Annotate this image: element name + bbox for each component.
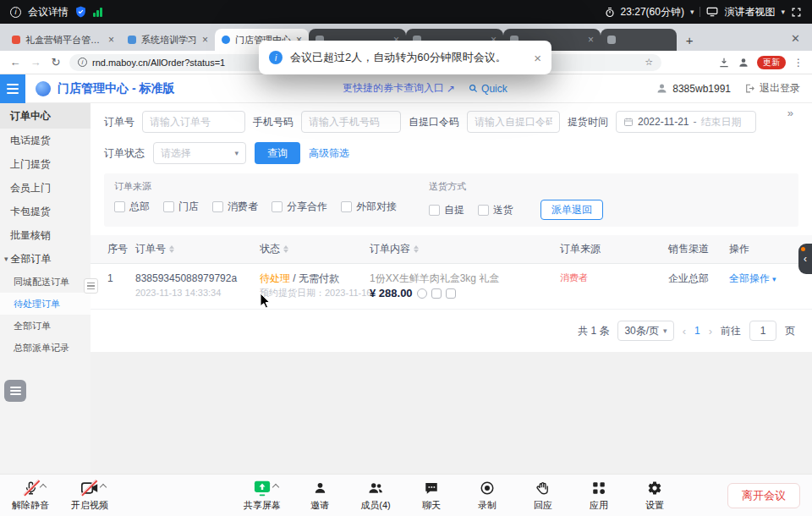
view-mode-caret-icon[interactable]: ▾ bbox=[781, 8, 785, 16]
checkbox-icon[interactable] bbox=[478, 205, 489, 216]
logout-button[interactable]: 退出登录 bbox=[744, 81, 800, 96]
checkbox-icon[interactable] bbox=[272, 201, 283, 212]
back-icon[interactable]: ← bbox=[8, 56, 22, 69]
browser-tab[interactable]: 系统培训学习 × bbox=[121, 29, 215, 51]
members-button[interactable]: 成员(4) bbox=[359, 479, 392, 512]
video-options-caret-icon[interactable] bbox=[100, 484, 107, 491]
checkbox-self-pickup[interactable]: 自提 bbox=[429, 203, 464, 217]
panel-collapse-icon[interactable]: » bbox=[787, 107, 793, 119]
side-panel-expand-button[interactable]: ‹ bbox=[798, 244, 812, 274]
browser-tab[interactable] bbox=[601, 29, 677, 51]
sidebar-drag-handle[interactable] bbox=[84, 278, 98, 294]
invite-button[interactable]: 邀请 bbox=[303, 479, 337, 512]
start-video-button[interactable]: 开启视频 bbox=[71, 479, 108, 512]
order-attachment-icon[interactable] bbox=[417, 288, 427, 299]
start-date-value[interactable]: 2022-11-21 bbox=[638, 116, 689, 128]
phone-input[interactable] bbox=[301, 111, 401, 133]
share-screen-button[interactable]: 共享屏幕 bbox=[244, 479, 281, 512]
meeting-details-label[interactable]: 会议详情 bbox=[28, 5, 69, 19]
page-size-select[interactable]: 30条/页 ▾ bbox=[617, 321, 673, 341]
sort-icon[interactable] bbox=[414, 245, 419, 253]
mic-options-caret-icon[interactable] bbox=[39, 484, 46, 491]
sidebar-item-phone-pickup[interactable]: 电话提货 bbox=[0, 129, 91, 152]
prev-page-icon[interactable]: ‹ bbox=[683, 325, 686, 338]
search-button[interactable]: 查询 bbox=[255, 142, 300, 164]
new-tab-button[interactable]: + bbox=[680, 30, 699, 49]
sort-icon[interactable] bbox=[283, 245, 288, 253]
header-order-no[interactable]: 订单号 bbox=[135, 242, 260, 256]
next-page-icon[interactable]: › bbox=[709, 325, 712, 338]
checkbox-icon[interactable] bbox=[341, 201, 352, 212]
toolbar-left-group: 解除静音 开启视频 bbox=[12, 479, 108, 512]
sidebar-subitem-hq-dispatch[interactable]: 总部派单记录 bbox=[0, 337, 91, 359]
order-status-select[interactable]: 请选择 ▾ bbox=[153, 142, 246, 164]
sort-icon[interactable] bbox=[169, 245, 174, 253]
header-status[interactable]: 状态 bbox=[260, 242, 370, 256]
bookmark-star-icon[interactable]: ☆ bbox=[645, 57, 653, 68]
sidebar-subitem-pending-orders[interactable]: 待处理订单 bbox=[0, 293, 91, 315]
checkbox-source-consumer[interactable]: 消费者 bbox=[212, 200, 258, 214]
checkbox-source-hq[interactable]: 总部 bbox=[114, 200, 150, 214]
download-icon[interactable] bbox=[718, 57, 730, 69]
browser-menu-icon[interactable]: ⋮ bbox=[793, 57, 804, 69]
checkbox-icon[interactable] bbox=[114, 201, 125, 212]
all-actions-dropdown[interactable]: 全部操作▾ bbox=[729, 272, 812, 286]
leave-meeting-button[interactable]: 离开会议 bbox=[727, 483, 800, 508]
coupon-query-link[interactable]: 更快捷的券卡查询入口 ↗ bbox=[343, 81, 455, 96]
checkbox-icon[interactable] bbox=[429, 205, 440, 216]
reload-icon[interactable]: ↻ bbox=[49, 56, 63, 69]
sidebar-item-card-pickup[interactable]: 卡包提货 bbox=[0, 200, 91, 223]
checkbox-source-external[interactable]: 外部对接 bbox=[341, 200, 397, 214]
sidebar-item-batch-verify[interactable]: 批量核销 bbox=[0, 223, 91, 247]
meeting-timer[interactable]: 23:27(60分钟) bbox=[621, 5, 684, 19]
pickup-code-input[interactable] bbox=[467, 111, 560, 133]
sidebar-group-all-orders[interactable]: ▾ 全部订单 bbox=[0, 247, 91, 271]
checkbox-icon[interactable] bbox=[212, 201, 223, 212]
tab-close-icon[interactable]: × bbox=[588, 35, 594, 45]
end-date-placeholder[interactable]: 结束日期 bbox=[701, 115, 742, 129]
checkbox-icon[interactable] bbox=[163, 201, 174, 212]
checkbox-delivery[interactable]: 送货 bbox=[478, 203, 513, 217]
record-button[interactable]: 录制 bbox=[470, 479, 504, 512]
apps-button[interactable]: 应用 bbox=[582, 479, 616, 512]
order-no-input[interactable] bbox=[142, 111, 245, 133]
date-range-picker[interactable]: 2022-11-21 - 结束日期 bbox=[616, 111, 756, 133]
tab-close-icon[interactable]: × bbox=[108, 35, 114, 45]
sidebar-toggle-button[interactable] bbox=[0, 74, 25, 103]
chat-button[interactable]: 聊天 bbox=[414, 479, 448, 512]
checkbox-source-share[interactable]: 分享合作 bbox=[272, 200, 327, 214]
browser-update-badge[interactable]: 更新 bbox=[757, 56, 786, 69]
sidebar-subitem-city-delivery[interactable]: 同城配送订单 bbox=[0, 271, 91, 293]
site-info-icon[interactable]: i bbox=[78, 58, 87, 67]
reactions-button[interactable]: 回应 bbox=[526, 479, 560, 512]
view-mode-label[interactable]: 演讲者视图 bbox=[724, 5, 775, 19]
settings-button[interactable]: 设置 bbox=[638, 479, 672, 512]
quick-search-link[interactable]: Quick bbox=[469, 83, 508, 95]
goto-page-input[interactable] bbox=[749, 321, 776, 341]
network-signal-icon[interactable] bbox=[93, 7, 103, 17]
sidebar-subitem-all-orders[interactable]: 全部订单 bbox=[0, 315, 91, 337]
sidebar-item-member-visit[interactable]: 会员上门 bbox=[0, 176, 91, 200]
window-close-icon[interactable]: ✕ bbox=[784, 32, 807, 45]
profile-avatar-icon[interactable] bbox=[738, 57, 749, 69]
floating-list-button[interactable] bbox=[4, 380, 26, 402]
order-attachment-icon[interactable] bbox=[431, 288, 442, 299]
tab-close-icon[interactable]: × bbox=[202, 35, 208, 45]
checkbox-source-store[interactable]: 门店 bbox=[163, 200, 199, 214]
order-attachment-icon[interactable] bbox=[446, 288, 456, 299]
current-page[interactable]: 1 bbox=[694, 325, 700, 337]
share-options-caret-icon[interactable] bbox=[272, 484, 279, 491]
meeting-info-icon[interactable]: i bbox=[10, 7, 21, 18]
sidebar-item-door-pickup[interactable]: 上门提货 bbox=[0, 152, 91, 176]
user-account[interactable]: 8385wb1991 bbox=[656, 82, 731, 95]
forward-icon[interactable]: → bbox=[29, 56, 42, 69]
fullscreen-icon[interactable] bbox=[791, 7, 802, 18]
toast-close-icon[interactable]: × bbox=[534, 51, 541, 65]
advanced-filter-link[interactable]: 高级筛选 bbox=[309, 146, 349, 161]
browser-tab[interactable]: 礼盒营销平台管理中心 × bbox=[5, 29, 121, 51]
header-content[interactable]: 订单内容 bbox=[370, 242, 560, 256]
unmute-button[interactable]: 解除静音 bbox=[12, 479, 49, 512]
timer-caret-icon[interactable]: ▾ bbox=[690, 8, 694, 16]
dispatch-return-button[interactable]: 派单退回 bbox=[540, 200, 603, 220]
security-shield-icon[interactable] bbox=[75, 6, 86, 18]
